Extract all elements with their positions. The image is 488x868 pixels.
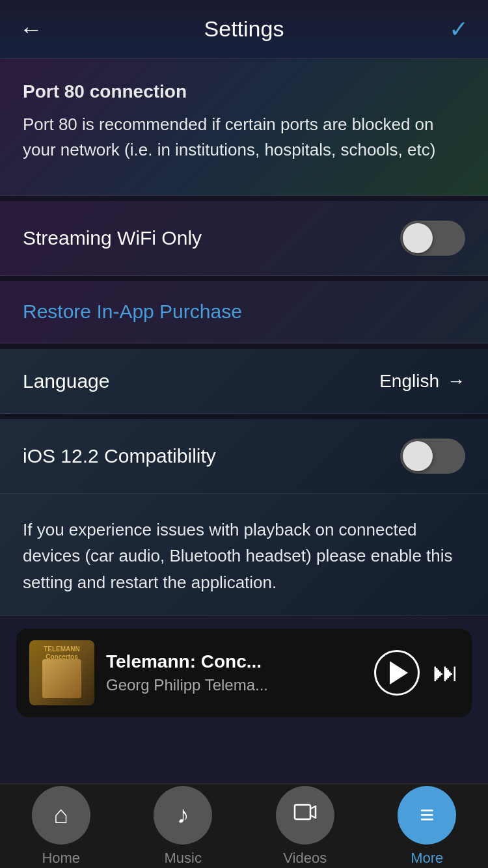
ios-compat-label: iOS 12.2 Compatibility — [23, 445, 216, 467]
separator-4 — [0, 414, 488, 419]
more-label: More — [411, 850, 443, 867]
home-icon: ⌂ — [53, 801, 68, 829]
now-playing-info: Telemann: Conc... Georg Philipp Telema..… — [106, 651, 362, 694]
restore-link[interactable]: Restore In-App Purchase — [23, 301, 242, 322]
music-icon-circle: ♪ — [154, 786, 212, 845]
separator-2 — [0, 276, 488, 281]
now-playing-bar[interactable]: TELEMANNConcertos Telemann: Conc... Geor… — [16, 629, 472, 717]
ios-compat-description: If you experience issues with playback o… — [23, 517, 465, 595]
restore-section: Restore In-App Purchase — [0, 281, 488, 344]
language-value[interactable]: English → — [379, 371, 465, 392]
port80-section: Port 80 connection Port 80 is recommende… — [0, 59, 488, 196]
svg-rect-0 — [295, 805, 310, 819]
streaming-wifi-label: Streaming WiFi Only — [23, 227, 202, 249]
port80-description: Port 80 is recommended if certain ports … — [23, 112, 465, 163]
streaming-wifi-section: Streaming WiFi Only — [0, 201, 488, 276]
ios-compat-toggle-knob — [403, 441, 433, 471]
separator-1 — [0, 196, 488, 201]
now-playing-title: Telemann: Conc... — [106, 651, 362, 672]
skip-button[interactable]: ⏭ — [433, 658, 459, 687]
album-title-text: TELEMANNConcertos — [32, 645, 92, 661]
ios-compat-desc-section: If you experience issues with playback o… — [0, 494, 488, 616]
videos-icon-circle — [276, 786, 334, 845]
confirm-button[interactable]: ✓ — [449, 16, 468, 43]
music-icon: ♪ — [177, 801, 189, 829]
more-icon: ≡ — [420, 801, 434, 829]
ios-compat-section: iOS 12.2 Compatibility — [0, 419, 488, 494]
album-art-figure — [42, 659, 81, 698]
skip-icon: ⏭ — [433, 658, 459, 687]
videos-label: Videos — [283, 850, 327, 867]
language-current: English — [379, 371, 439, 392]
music-label: Music — [165, 850, 202, 867]
separator-3 — [0, 344, 488, 349]
nav-item-home[interactable]: ⌂ Home — [0, 786, 122, 867]
home-icon-circle: ⌂ — [32, 786, 90, 845]
header: ← Settings ✓ — [0, 0, 488, 59]
more-icon-circle: ≡ — [398, 786, 456, 845]
nav-item-more[interactable]: ≡ More — [366, 786, 489, 867]
ios-compat-toggle[interactable] — [400, 439, 465, 474]
play-icon — [390, 661, 408, 685]
port80-title: Port 80 connection — [23, 81, 465, 102]
language-label: Language — [23, 370, 109, 392]
home-label: Home — [42, 850, 80, 867]
streaming-wifi-toggle[interactable] — [400, 221, 465, 256]
nav-item-videos[interactable]: Videos — [244, 786, 366, 867]
album-art: TELEMANNConcertos — [29, 640, 94, 705]
videos-icon — [293, 800, 318, 830]
toggle-knob — [403, 223, 433, 253]
nav-item-music[interactable]: ♪ Music — [122, 786, 245, 867]
bottom-nav: ⌂ Home ♪ Music Videos ≡ More — [0, 783, 488, 868]
now-playing-controls: ⏭ — [374, 650, 459, 696]
now-playing-artist: Georg Philipp Telema... — [106, 676, 362, 694]
language-section[interactable]: Language English → — [0, 349, 488, 414]
play-button[interactable] — [374, 650, 420, 696]
page-title: Settings — [204, 16, 284, 42]
language-arrow: → — [447, 371, 465, 392]
back-button[interactable]: ← — [20, 16, 52, 43]
